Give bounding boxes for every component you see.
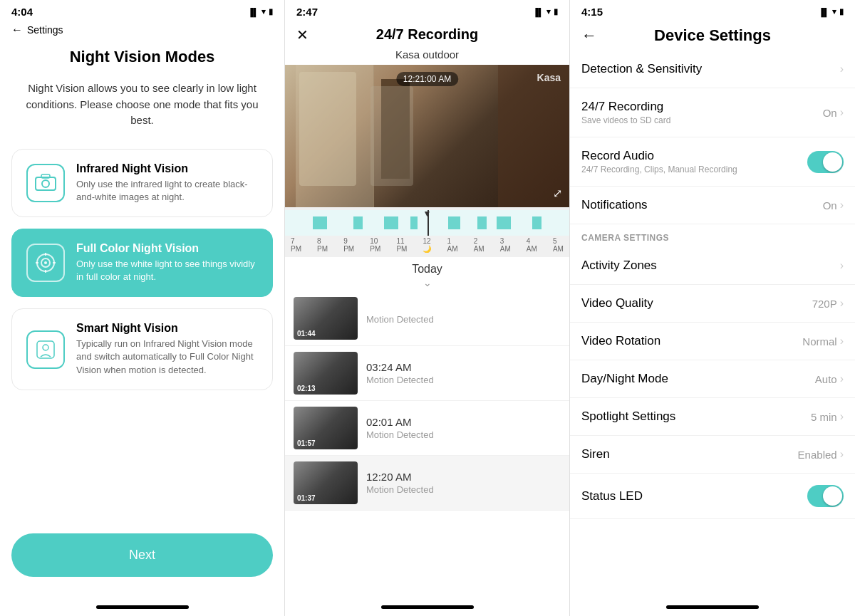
- signal-icon-2: ▐▌: [532, 8, 544, 16]
- settings-item-left: Video Rotation: [581, 334, 660, 348]
- audio-right: [807, 151, 844, 173]
- recording-thumbnail: 01:37: [294, 461, 358, 504]
- settings-item-spotlight[interactable]: Spotlight Settings 5 min ›: [570, 398, 855, 436]
- timeline-bar[interactable]: [285, 210, 569, 236]
- option-smart[interactable]: Smart Night Vision Typically run on Infr…: [11, 308, 273, 390]
- siren-title: Siren: [581, 447, 610, 461]
- tl-label: 10PM: [370, 237, 380, 253]
- led-right: [807, 485, 844, 507]
- notifications-value: On: [823, 199, 837, 212]
- settings-item-left: Day/Night Mode: [581, 372, 668, 386]
- svg-rect-0: [36, 177, 56, 190]
- wifi-icon: ▾: [261, 7, 266, 16]
- p3-title: Device Settings: [654, 26, 771, 45]
- rec-time: 12:20 AM: [366, 471, 434, 483]
- wifi-icon-2: ▾: [546, 7, 551, 16]
- full-color-text: Full Color Night Vision Only use the whi…: [76, 242, 258, 283]
- recording-item[interactable]: 01:57 02:01 AM Motion Detected: [285, 401, 569, 456]
- 247-title: 24/7 Recording: [581, 100, 670, 114]
- back-arrow-1: ←: [11, 24, 23, 36]
- battery-icon: ▮: [269, 7, 273, 16]
- recording-item[interactable]: 02:13 03:24 AM Motion Detected: [285, 346, 569, 401]
- expand-icon[interactable]: ⤢: [553, 187, 562, 200]
- option-infrared[interactable]: Infrared Night Vision Only use the infra…: [11, 149, 273, 217]
- smart-text: Smart Night Vision Typically run on Infr…: [76, 322, 258, 377]
- recordings-list: 01:44 Motion Detected 02:13 03:24 AM Mot…: [285, 291, 569, 605]
- recording-item[interactable]: 01:37 12:20 AM Motion Detected: [285, 456, 569, 511]
- notifications-right: On ›: [823, 199, 844, 212]
- status-icons-2: ▐▌ ▾ ▮: [532, 7, 558, 16]
- tl-label: 5AM: [553, 237, 564, 253]
- rec-info: 02:01 AM Motion Detected: [366, 416, 434, 440]
- settings-item-audio[interactable]: Record Audio 24/7 Recording, Clips, Manu…: [570, 137, 855, 187]
- rotation-title: Video Rotation: [581, 334, 660, 348]
- back-label-1: Settings: [27, 24, 63, 36]
- settings-item-notifications[interactable]: Notifications On ›: [570, 187, 855, 224]
- home-indicator-1: [96, 605, 189, 609]
- siren-right: Enabled ›: [798, 448, 844, 461]
- audio-title: Record Audio: [581, 149, 737, 163]
- tl-label: 4AM: [527, 237, 537, 253]
- chevron-right-icon: ›: [840, 297, 844, 310]
- duration-label: 01:44: [297, 330, 316, 338]
- tl-label: 7PM: [291, 237, 301, 253]
- back-nav-1[interactable]: ← Settings: [0, 21, 284, 42]
- back-button-3[interactable]: ←: [581, 26, 597, 45]
- settings-item-rotation[interactable]: Video Rotation Normal ›: [570, 323, 855, 360]
- tl-label: 2AM: [474, 237, 484, 253]
- chevron-right-icon: ›: [840, 372, 844, 385]
- home-indicator-2: [381, 605, 474, 609]
- panel1-header: Night Vision Modes: [0, 42, 284, 69]
- timeline-marker: [428, 210, 429, 236]
- day-header: Today: [285, 257, 569, 277]
- chevron-right-icon: ›: [840, 410, 844, 423]
- video-timestamp: 12:21:00 AM: [396, 72, 458, 86]
- settings-item-led[interactable]: Status LED: [570, 474, 855, 519]
- camera-settings-label: CAMERA SETTINGS: [570, 224, 855, 247]
- spotlight-value: 5 min: [811, 411, 837, 423]
- settings-item-247[interactable]: 24/7 Recording Save videos to SD card On…: [570, 88, 855, 137]
- svg-rect-10: [37, 341, 54, 358]
- home-indicator-3: [666, 605, 759, 609]
- chevron-right-icon: ›: [840, 199, 844, 212]
- signal-icon: ▐▌: [247, 8, 259, 16]
- rec-info: 03:24 AM Motion Detected: [366, 361, 434, 385]
- panel1-description: Night Vision allows you to see clearly i…: [0, 69, 284, 143]
- settings-item-zones[interactable]: Activity Zones ›: [570, 247, 855, 285]
- tl-label: 1AM: [447, 237, 458, 253]
- close-button[interactable]: ✕: [296, 26, 309, 43]
- settings-item-quality[interactable]: Video Quality 720P ›: [570, 285, 855, 323]
- chevron-down-icon[interactable]: ⌄: [285, 277, 569, 291]
- rec-info: Motion Detected: [366, 313, 434, 325]
- settings-item-left: Detection & Sensitivity: [581, 62, 702, 76]
- timeline-container[interactable]: 7PM 8PM 9PM 10PM 11PM 12🌙 1AM 2AM 3AM 4A…: [285, 207, 569, 257]
- rec-type: Motion Detected: [366, 429, 434, 440]
- video-container[interactable]: 12:21:00 AM Kasa ⤢: [285, 65, 569, 207]
- settings-list: Detection & Sensitivity › 24/7 Recording…: [570, 51, 855, 605]
- p2-nav: ✕ 24/7 Recording: [285, 21, 569, 48]
- option-full-color[interactable]: Full Color Night Vision Only use the whi…: [11, 229, 273, 297]
- tl-label: 8PM: [317, 237, 328, 253]
- settings-item-detection[interactable]: Detection & Sensitivity ›: [570, 51, 855, 88]
- recording-thumbnail: 01:44: [294, 297, 358, 340]
- p2-title: 24/7 Recording: [376, 26, 478, 43]
- audio-toggle[interactable]: [807, 151, 844, 173]
- full-color-desc: Only use the white light to see things v…: [76, 258, 258, 283]
- chevron-right-icon: ›: [840, 63, 844, 75]
- rotation-value: Normal: [802, 335, 836, 348]
- recording-item[interactable]: 01:44 Motion Detected: [285, 291, 569, 346]
- smart-icon: [26, 330, 65, 369]
- camera-name: Kasa outdoor: [285, 48, 569, 65]
- led-title: Status LED: [581, 489, 643, 503]
- settings-item-left: Siren: [581, 447, 610, 461]
- led-toggle[interactable]: [807, 485, 844, 507]
- chevron-right-icon: ›: [840, 259, 844, 272]
- settings-item-siren[interactable]: Siren Enabled ›: [570, 436, 855, 474]
- spotlight-right: 5 min ›: [811, 410, 844, 423]
- recording-thumbnail: 01:57: [294, 407, 358, 449]
- settings-item-daynight[interactable]: Day/Night Mode Auto ›: [570, 360, 855, 398]
- tl-label: 11PM: [396, 237, 407, 253]
- next-button[interactable]: Next: [11, 533, 273, 577]
- panel-recording: 2:47 ▐▌ ▾ ▮ ✕ 24/7 Recording Kasa outdoo…: [285, 0, 570, 616]
- siren-value: Enabled: [798, 449, 837, 461]
